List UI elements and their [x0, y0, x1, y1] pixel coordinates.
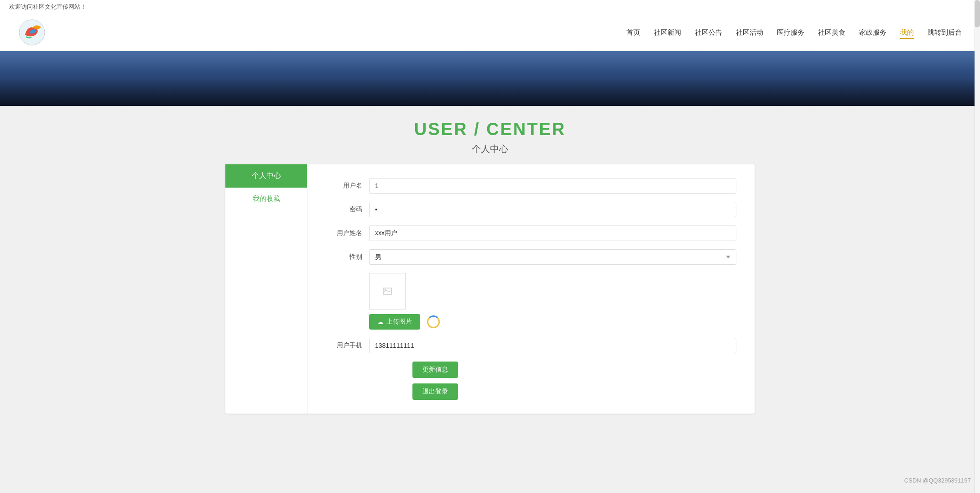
page-title-cn: 个人中心 [0, 143, 980, 155]
announcement-text: 欢迎访问社区文化宣传网站！ [9, 3, 86, 10]
site-logo [18, 19, 46, 46]
gender-label: 性别 [326, 253, 362, 261]
display-name-row: 用户姓名 [326, 226, 736, 241]
username-row: 用户名 [326, 178, 736, 194]
main-content: 个人中心 我的收藏 用户名 密码 用户姓名 性别 [216, 164, 764, 432]
sidebar-item-personal-center[interactable]: 个人中心 [225, 164, 307, 188]
update-info-button[interactable]: 更新信息 [412, 362, 458, 378]
logout-button[interactable]: 退出登录 [412, 383, 458, 400]
password-label: 密码 [326, 205, 362, 214]
nav-item-家政服务[interactable]: 家政服务 [859, 28, 886, 38]
svg-line-4 [389, 290, 391, 292]
username-input[interactable] [369, 178, 736, 194]
upload-image-button[interactable]: ☁ 上传图片 [369, 314, 420, 330]
broken-image-icon [383, 287, 392, 296]
password-input[interactable] [369, 202, 736, 217]
nav-item-首页[interactable]: 首页 [626, 28, 640, 38]
header: 首页社区新闻社区公告社区活动医疗服务社区美食家政服务我的跳转到后台 [0, 14, 980, 51]
nav-item-社区活动[interactable]: 社区活动 [736, 28, 763, 38]
password-row: 密码 [326, 202, 736, 217]
loading-spinner [427, 315, 440, 328]
nav-item-医疗服务[interactable]: 医疗服务 [777, 28, 804, 38]
gender-select[interactable]: 男 女 [369, 249, 736, 265]
gender-row: 性别 男 女 [326, 249, 736, 265]
scrollbar[interactable] [975, 0, 980, 432]
username-label: 用户名 [326, 182, 362, 190]
display-name-input[interactable] [369, 226, 736, 241]
svg-point-5 [385, 289, 386, 290]
nav-item-跳转到后台[interactable]: 跳转到后台 [928, 28, 962, 38]
phone-input[interactable] [369, 338, 736, 353]
announcement-bar: 欢迎访问社区文化宣传网站！ [0, 0, 980, 14]
main-nav: 首页社区新闻社区公告社区活动医疗服务社区美食家政服务我的跳转到后台 [626, 28, 962, 37]
page-title-en: USER / CENTER [0, 120, 980, 139]
scrollbar-thumb[interactable] [975, 0, 980, 27]
svg-line-2 [383, 290, 386, 293]
nav-item-社区新闻[interactable]: 社区新闻 [654, 28, 681, 38]
page-title-section: USER / CENTER 个人中心 [0, 106, 980, 164]
avatar-preview [369, 273, 406, 309]
logo-area [18, 19, 46, 46]
hero-banner [0, 51, 980, 106]
nav-item-社区公告[interactable]: 社区公告 [695, 28, 722, 38]
display-name-label: 用户姓名 [326, 229, 362, 237]
phone-row: 用户手机 [326, 338, 736, 353]
nav-item-我的[interactable]: 我的 [900, 28, 914, 39]
nav-item-社区美食[interactable]: 社区美食 [818, 28, 845, 38]
action-buttons: 更新信息 退出登录 [369, 362, 736, 400]
avatar-section: ☁ 上传图片 [369, 273, 736, 330]
content-card: 个人中心 我的收藏 用户名 密码 用户姓名 性别 [225, 164, 755, 414]
upload-btn-label: 上传图片 [386, 318, 412, 326]
sidebar-item-favorites[interactable]: 我的收藏 [225, 188, 307, 210]
svg-line-3 [386, 290, 389, 292]
form-area: 用户名 密码 用户姓名 性别 男 女 [308, 164, 755, 414]
phone-label: 用户手机 [326, 341, 362, 350]
sidebar: 个人中心 我的收藏 [225, 164, 308, 414]
upload-icon: ☁ [377, 318, 384, 325]
